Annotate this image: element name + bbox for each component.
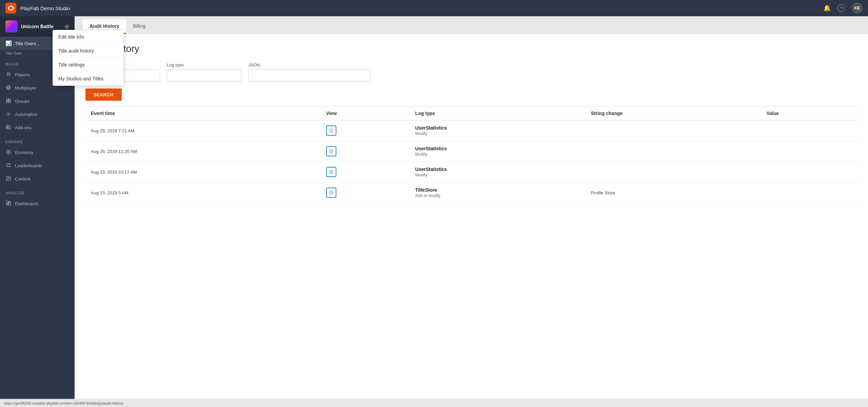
cell-log-type: UserStatistics Modify (410, 120, 586, 141)
top-nav-actions: 🔔 ? KE (823, 3, 863, 14)
sidebar-item-content[interactable]: Content (0, 172, 75, 186)
page-title: Audit History (85, 43, 857, 54)
svg-rect-20 (331, 130, 332, 132)
sidebar-item-economy[interactable]: Economy (0, 146, 75, 159)
engage-section-label: ENGAGE (0, 134, 75, 146)
cell-string-change (586, 120, 761, 141)
svg-rect-21 (331, 130, 332, 130)
sidebar-label-groups: Groups (15, 99, 29, 104)
cell-value (761, 162, 857, 182)
groups-icon (5, 98, 12, 104)
col-log-type: Log type (410, 106, 586, 120)
svg-rect-16 (9, 201, 11, 202)
cell-string-change (586, 162, 761, 182)
svg-rect-23 (331, 151, 332, 152)
svg-rect-29 (331, 192, 332, 194)
cell-value (761, 141, 857, 162)
sidebar-label-players: Players (15, 72, 29, 77)
cell-value (761, 120, 857, 141)
sidebar-item-dashboards[interactable]: Dashboards (0, 197, 75, 210)
cell-log-type: UserStatistics Modify (410, 162, 586, 182)
info-button[interactable] (326, 146, 336, 156)
svg-rect-10 (6, 125, 8, 127)
addons-icon (5, 124, 12, 131)
audit-table: Event time View Log type String change V… (85, 106, 857, 203)
sidebar-item-leaderboards[interactable]: Leaderboards (0, 159, 75, 172)
log-type-filter-input[interactable] (167, 70, 241, 82)
cell-event-time: Aug 23, 2019 5 AM (85, 182, 321, 203)
cell-view[interactable] (321, 120, 410, 141)
cell-view[interactable] (321, 182, 410, 203)
title-gear-icon[interactable]: ⚙ (64, 23, 69, 30)
status-url: https://gm34259-mutable.playfab.com/en-U… (4, 401, 123, 405)
cell-string-change (586, 141, 761, 162)
dropdown-item-my-studios[interactable]: My Studios and Titles (53, 72, 123, 85)
multiplayer-icon (5, 85, 12, 91)
cell-view[interactable] (321, 162, 410, 182)
cell-event-time: Aug 26, 2019 11:20 AM (85, 141, 321, 162)
dashboards-icon (5, 200, 12, 207)
tabs-bar: Audit History Billing (75, 16, 868, 34)
dropdown-item-edit-title[interactable]: Edit title info (53, 30, 123, 44)
cell-value (761, 182, 857, 203)
user-avatar[interactable]: KE (852, 3, 863, 14)
json-filter-label: JSON (248, 62, 370, 67)
svg-rect-24 (331, 150, 332, 151)
svg-rect-17 (6, 204, 8, 205)
dropdown-item-title-settings[interactable]: Title settings (53, 58, 123, 72)
sidebar-label-leaderboards: Leaderboards (15, 163, 42, 168)
dropdown-item-audit-history[interactable]: Title audit history (53, 44, 123, 58)
svg-rect-18 (9, 203, 11, 205)
svg-rect-7 (6, 101, 8, 103)
svg-rect-8 (9, 101, 11, 103)
cell-event-time: Aug 29, 2019 7:21 AM (85, 120, 321, 141)
cell-log-type: TitleStore Add or modify (410, 182, 586, 203)
sidebar-label-content: Content (15, 176, 31, 181)
notifications-icon[interactable]: 🔔 (823, 4, 831, 12)
svg-rect-15 (6, 201, 8, 204)
sidebar-item-addons[interactable]: Add-ons (0, 121, 75, 134)
cell-event-time: Aug 23, 2019 10:17 AM (85, 162, 321, 182)
svg-rect-11 (9, 128, 11, 129)
sidebar-item-automation[interactable]: Automation (0, 108, 75, 121)
table-row: Aug 29, 2019 7:21 AM UserStatistics Modi… (85, 120, 857, 141)
cell-view[interactable] (321, 141, 410, 162)
svg-rect-30 (331, 192, 332, 192)
chart-icon: 📊 (5, 40, 12, 46)
table-row: Aug 23, 2019 5 AM TitleStore Add or modi… (85, 182, 857, 203)
content-icon (5, 176, 12, 182)
svg-point-9 (8, 113, 9, 115)
sidebar-item-groups[interactable]: Groups (0, 95, 75, 108)
json-filter-group: JSON (248, 62, 370, 82)
studio-name: PlayFab Demo Studio (20, 5, 70, 11)
table-row: Aug 26, 2019 11:20 AM UserStatistics Mod… (85, 141, 857, 162)
col-event-time: Event time (85, 106, 321, 120)
sidebar-label-title-overview: Title Overv... (15, 41, 39, 46)
info-button[interactable] (326, 188, 336, 198)
automation-icon (5, 111, 12, 118)
analyze-section-label: ANALYZE (0, 186, 75, 197)
top-nav: PlayFab Demo Studio 🔔 ? KE (0, 0, 868, 16)
json-filter-input[interactable] (248, 70, 370, 82)
page-body: Audit History User Log type JSON SEARCH (75, 34, 868, 407)
cell-string-change: Profile Store (586, 182, 761, 203)
info-button[interactable] (326, 125, 336, 136)
main-content: Audit History Billing Audit History User… (75, 16, 868, 407)
search-button[interactable]: SEARCH (85, 89, 122, 101)
tab-billing[interactable]: Billing (126, 19, 152, 34)
svg-point-2 (7, 73, 8, 74)
col-value: Value (761, 106, 857, 120)
table-row: Aug 23, 2019 10:17 AM UserStatistics Mod… (85, 162, 857, 182)
status-bar: https://gm34259-mutable.playfab.com/en-U… (0, 399, 868, 407)
svg-rect-5 (6, 99, 8, 100)
players-icon (5, 72, 12, 78)
sidebar-label-multiplayer: Multiplayer (15, 85, 36, 91)
info-button[interactable] (326, 167, 336, 177)
log-type-filter-label: Log type (167, 62, 241, 67)
leaderboards-icon (5, 162, 12, 169)
app-logo[interactable] (5, 3, 16, 14)
sidebar-label-automation: Automation (15, 112, 37, 117)
col-string-change: String change (586, 106, 761, 120)
cell-log-type: UserStatistics Modify (410, 141, 586, 162)
help-icon[interactable]: ? (837, 4, 845, 12)
